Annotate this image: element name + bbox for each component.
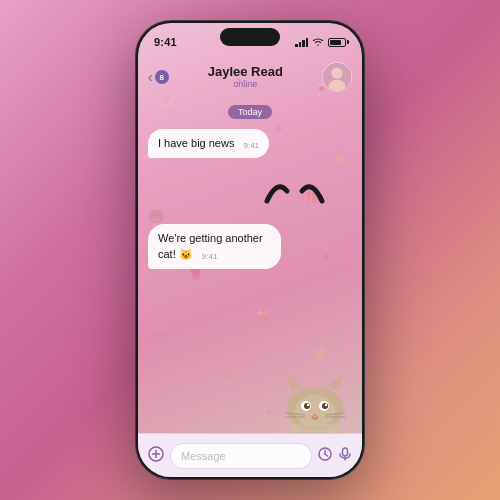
battery-fill bbox=[330, 40, 341, 45]
signal-bar-1 bbox=[295, 44, 298, 47]
contact-status: online bbox=[169, 79, 322, 90]
svg-rect-37 bbox=[290, 424, 340, 434]
contact-name: Jaylee Read bbox=[169, 64, 322, 80]
back-button[interactable]: ‹ 8 bbox=[148, 69, 169, 85]
mic-icon[interactable] bbox=[338, 447, 352, 464]
message-text-1: I have big news bbox=[158, 137, 234, 149]
back-chevron-icon: ‹ bbox=[148, 69, 153, 85]
eyebrows-container bbox=[148, 166, 352, 216]
phone-frame: 🌸 ✦ 🍷 ✦ 🐻 🎁 🌹 ✦ 👓 🌷 ⭐ ✦ 🦋 🌸 ✦ ⭐ bbox=[135, 20, 365, 480]
clock-icon[interactable] bbox=[318, 447, 332, 464]
status-icons bbox=[295, 36, 346, 48]
input-icons bbox=[318, 447, 352, 464]
svg-point-30 bbox=[307, 404, 309, 406]
cat-face-svg bbox=[280, 369, 350, 434]
date-badge: Today bbox=[228, 105, 272, 119]
cat-sticker bbox=[280, 369, 350, 429]
input-placeholder: Message bbox=[181, 450, 226, 462]
signal-bar-4 bbox=[306, 38, 309, 47]
phone-wrapper: 🌸 ✦ 🍷 ✦ 🐻 🎁 🌹 ✦ 👓 🌷 ⭐ ✦ 🦋 🌸 ✦ ⭐ bbox=[135, 20, 365, 480]
svg-line-43 bbox=[325, 454, 328, 456]
chat-header: ‹ 8 Jaylee Read online bbox=[138, 55, 362, 99]
date-badge-container: Today bbox=[138, 105, 362, 119]
battery-icon bbox=[328, 38, 346, 47]
svg-point-18 bbox=[331, 68, 342, 79]
message-input[interactable]: Message bbox=[170, 443, 312, 469]
phone-screen: 🌸 ✦ 🍷 ✦ 🐻 🎁 🌹 ✦ 👓 🌷 ⭐ ✦ 🦋 🌸 ✦ ⭐ bbox=[138, 23, 362, 477]
header-center: Jaylee Read online bbox=[169, 64, 322, 90]
input-bar: Message bbox=[138, 433, 362, 477]
signal-bar-2 bbox=[299, 42, 302, 47]
eyebrows-sticker bbox=[262, 171, 332, 211]
message-bubble-2: We're getting another cat! 🐱 9:41 bbox=[148, 224, 281, 269]
svg-rect-44 bbox=[343, 448, 348, 456]
avatar[interactable] bbox=[322, 62, 352, 92]
svg-point-25 bbox=[295, 395, 335, 427]
message-time-2: 9:41 bbox=[202, 251, 218, 262]
status-time: 9:41 bbox=[154, 36, 177, 48]
svg-point-29 bbox=[322, 403, 328, 409]
signal-bar-3 bbox=[302, 40, 305, 47]
message-time-1: 9:41 bbox=[244, 140, 260, 151]
svg-point-31 bbox=[325, 404, 327, 406]
message-bubble-1: I have big news 9:41 bbox=[148, 129, 269, 158]
attach-icon[interactable] bbox=[148, 446, 164, 466]
wifi-icon bbox=[312, 36, 324, 48]
signal-bars bbox=[295, 38, 308, 47]
notification-badge: 8 bbox=[155, 70, 169, 84]
dynamic-island bbox=[220, 28, 280, 46]
svg-point-28 bbox=[304, 403, 310, 409]
